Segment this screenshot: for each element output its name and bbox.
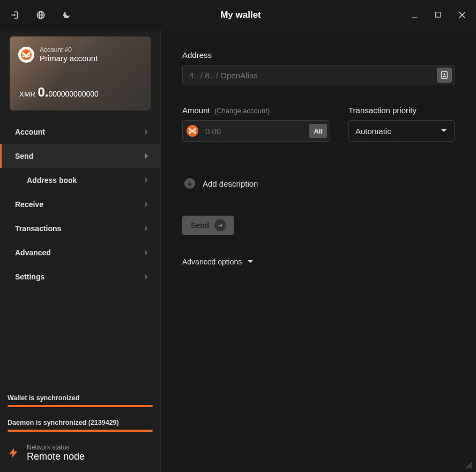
account-name: Primary account — [40, 54, 98, 63]
minimize-icon[interactable] — [410, 10, 420, 20]
amount-label: Amount (Change account) — [182, 106, 330, 115]
titlebar-left — [6, 10, 72, 20]
send-button[interactable]: Send — [182, 216, 234, 235]
address-input-wrap — [182, 65, 455, 85]
daemon-sync-label: Daemon is synchronized (2139429) — [8, 419, 153, 426]
sidebar-item-receive[interactable]: Receive — [0, 193, 160, 217]
globe-icon[interactable] — [35, 10, 46, 20]
svg-point-4 — [443, 73, 445, 75]
main-panel: Address Amount (Change account) — [161, 30, 476, 472]
logout-icon[interactable] — [10, 10, 20, 20]
chevron-down-icon — [247, 260, 254, 264]
sidebar-item-settings[interactable]: Settings — [0, 265, 160, 289]
sidebar-item-send[interactable]: Send — [0, 144, 160, 168]
sidebar-footer: Wallet is synchronized Daemon is synchro… — [0, 394, 160, 472]
chevron-right-icon — [144, 153, 148, 159]
account-card[interactable]: Account #0 Primary account XMR0.00000000… — [10, 36, 151, 110]
chevron-right-icon — [144, 225, 148, 232]
sidebar-item-address-book[interactable]: Address book — [0, 168, 160, 193]
svg-rect-3 — [442, 71, 448, 78]
chevron-right-icon — [144, 201, 148, 208]
svg-rect-1 — [436, 12, 441, 17]
all-button[interactable]: All — [309, 124, 327, 138]
advanced-options-toggle[interactable]: Advanced options — [182, 257, 455, 266]
monero-icon — [187, 125, 198, 137]
arrow-right-icon — [214, 219, 226, 231]
lightning-icon — [8, 446, 19, 461]
wallet-sync-bar — [8, 405, 153, 407]
monero-logo-icon — [18, 47, 34, 63]
add-description-button[interactable]: + Add description — [184, 178, 455, 189]
wallet-sync-label: Wallet is synchronized — [8, 394, 153, 402]
plus-icon: + — [184, 178, 195, 189]
account-balance: XMR0.000000000000 — [19, 85, 99, 100]
chevron-right-icon — [144, 129, 148, 135]
address-book-icon — [440, 70, 449, 80]
amount-input[interactable] — [182, 120, 330, 142]
sidebar: Account #0 Primary account XMR0.00000000… — [0, 30, 161, 472]
sidebar-item-account[interactable]: Account — [0, 120, 160, 144]
address-input[interactable] — [182, 65, 455, 85]
network-status[interactable]: Network status Remote node — [8, 444, 153, 462]
address-book-button[interactable] — [437, 68, 452, 83]
nav-list: Account Send Address book Receive Transa… — [0, 120, 160, 289]
moon-icon[interactable] — [61, 10, 72, 20]
maximize-icon[interactable] — [433, 10, 444, 20]
svg-rect-0 — [412, 18, 418, 19]
window-title: My wallet — [72, 10, 410, 20]
change-account-link[interactable]: (Change account) — [214, 107, 270, 115]
chevron-down-icon — [440, 128, 448, 134]
sidebar-item-advanced[interactable]: Advanced — [0, 241, 160, 265]
chevron-right-icon — [144, 274, 148, 280]
address-label: Address — [182, 50, 455, 60]
resize-handle-icon[interactable] — [464, 460, 473, 469]
chevron-right-icon — [144, 177, 148, 183]
priority-label: Transaction priority — [348, 106, 455, 115]
sidebar-item-transactions[interactable]: Transactions — [0, 217, 160, 241]
daemon-sync-bar — [8, 430, 153, 432]
content: Account #0 Primary account XMR0.00000000… — [0, 30, 476, 472]
account-number: Account #0 — [40, 46, 98, 54]
titlebar-right — [410, 10, 470, 20]
close-icon[interactable] — [457, 10, 467, 20]
chevron-right-icon — [144, 249, 148, 256]
titlebar: My wallet — [0, 0, 476, 30]
priority-select[interactable]: Automatic — [348, 120, 455, 142]
